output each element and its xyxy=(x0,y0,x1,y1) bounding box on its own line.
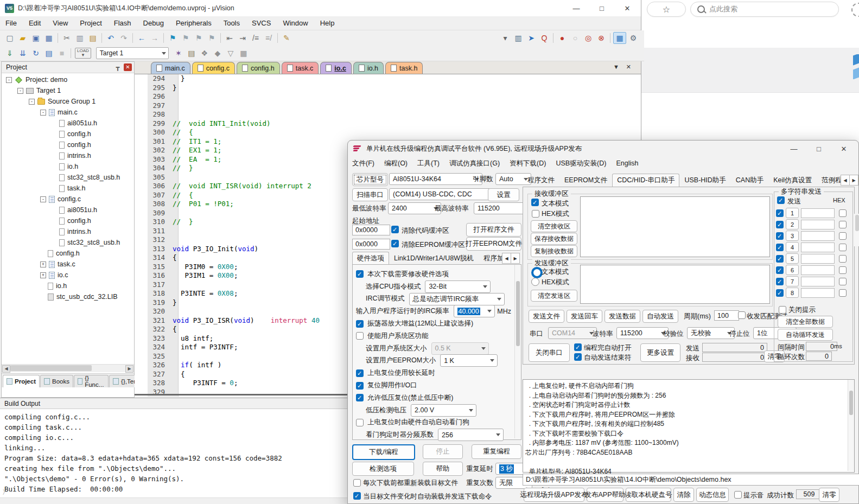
hw-tabs-scroll-left-icon[interactable]: ◀ xyxy=(502,253,511,264)
success-reset-button[interactable]: 清零 xyxy=(819,488,839,502)
tree-item[interactable]: ai8051u.h xyxy=(2,205,134,215)
multi-row-input[interactable] xyxy=(801,288,835,298)
right-tab-3[interactable]: USB-HID助手 xyxy=(679,174,730,187)
tree-item[interactable]: -Project: demo xyxy=(2,74,134,85)
uv-menu-item-0[interactable]: File xyxy=(5,19,17,27)
app-help-button[interactable]: 发布APP帮助 xyxy=(587,488,623,502)
tree-item[interactable]: io.h xyxy=(2,280,134,291)
multi-row-number-button[interactable]: 5 xyxy=(786,253,799,264)
copy-icon[interactable]: ▥ xyxy=(74,33,86,43)
toolbar-dropdown-icon[interactable]: ▾ xyxy=(499,33,511,43)
multi-row-input[interactable] xyxy=(801,277,835,286)
configure-editor-icon[interactable]: ✎ xyxy=(281,33,292,43)
tree-item[interactable]: intrins.h xyxy=(2,150,134,161)
bookmark-clear-icon[interactable]: ⚑ xyxy=(206,33,218,43)
multi-row-hex-checkbox[interactable] xyxy=(839,232,847,240)
right-tabs-scroll-right-icon[interactable]: ▶ xyxy=(849,175,858,186)
editor-tab-task.c[interactable]: task.c xyxy=(282,62,319,74)
tab-list-dropdown-icon[interactable]: ▼ xyxy=(613,63,619,70)
uv-menu-item-4[interactable]: Flash xyxy=(114,19,131,27)
tree-item[interactable]: task.h xyxy=(2,183,134,194)
bookmark-prev-icon[interactable]: ⚑ xyxy=(180,33,192,43)
breakpoint-disable-icon[interactable]: ○ xyxy=(569,33,581,43)
expand-icon[interactable]: + xyxy=(40,272,46,278)
save-all-icon[interactable]: ▦ xyxy=(43,33,55,43)
download-program-button[interactable]: 下载/编程 xyxy=(352,444,415,460)
settings-gear-icon[interactable] xyxy=(851,3,859,17)
chip-model-button[interactable]: 芯片型号 xyxy=(352,173,388,186)
collapse-icon[interactable]: - xyxy=(40,110,46,116)
tool-menu-item-1[interactable]: 编程(O) xyxy=(384,159,408,168)
nav-back-icon[interactable]: ← xyxy=(136,33,148,43)
hw-option-select[interactable]: 1 K xyxy=(440,354,498,367)
editor-tab-config.c[interactable]: config.c xyxy=(192,62,235,74)
scroll-thumb[interactable] xyxy=(10,365,92,371)
right-tab-1[interactable]: EEPROM文件 xyxy=(559,174,612,187)
hw-option-checkbox[interactable] xyxy=(356,369,364,377)
right-tab-5[interactable]: Keil仿真设置 xyxy=(768,174,817,187)
window-layout-icon[interactable]: ▦ xyxy=(613,32,626,44)
close-serial-button[interactable]: 关闭串口 xyxy=(529,343,570,362)
editor-tab-io.h[interactable]: io.h xyxy=(353,62,384,74)
receive-textarea[interactable] xyxy=(580,196,770,257)
tree-item[interactable]: -main.c xyxy=(2,107,134,118)
parity-combo[interactable]: 无校验 xyxy=(687,327,735,339)
multi-row-checkbox[interactable] xyxy=(776,255,784,263)
bookmark-toggle-icon[interactable]: ⚑ xyxy=(167,33,179,43)
multi-row-number-button[interactable]: 2 xyxy=(786,219,799,229)
multi-send-all-checkbox[interactable] xyxy=(777,196,785,204)
uv-menu-item-2[interactable]: View xyxy=(53,19,68,27)
log-scrollbar[interactable] xyxy=(848,380,854,471)
hw-option-checkbox[interactable] xyxy=(356,332,364,340)
tree-item[interactable]: stc32_stc8_usb.h xyxy=(2,237,134,248)
auto-cycle-send-button[interactable]: 自动循环发送 xyxy=(778,329,833,341)
project-panel-tab-0[interactable]: Project xyxy=(3,375,40,387)
multi-row-input[interactable] xyxy=(801,243,835,252)
send-text-mode-radio[interactable] xyxy=(531,267,543,278)
project-close-icon[interactable]: ✕ xyxy=(124,63,132,71)
multi-row-number-button[interactable]: 6 xyxy=(786,265,799,275)
tree-item[interactable]: config.h xyxy=(2,139,134,150)
recv-hex-mode-checkbox[interactable] xyxy=(532,210,539,218)
multi-row-number-button[interactable]: 7 xyxy=(786,276,799,286)
tool-menu-item-2[interactable]: 工具(T) xyxy=(417,159,440,168)
multi-row-hex-checkbox[interactable] xyxy=(839,209,847,217)
tree-item[interactable]: stc32_stc8_usb.h xyxy=(2,172,134,183)
uv-menu-item-6[interactable]: Peripherals xyxy=(176,19,212,27)
manage-items-icon[interactable]: ▤ xyxy=(186,48,198,59)
tool-menu-item-3[interactable]: 调试仿真接口(G) xyxy=(449,159,500,168)
stop-build-icon[interactable]: ■ xyxy=(56,48,68,59)
serial-settings-button[interactable]: 设置 xyxy=(488,188,519,201)
recv-text-mode-checkbox[interactable] xyxy=(531,199,539,206)
tool-menu-item-4[interactable]: 资料下载(D) xyxy=(510,159,546,168)
stop-button[interactable]: 停止 xyxy=(423,444,463,459)
cut-icon[interactable]: ✂ xyxy=(61,33,73,43)
tree-item[interactable]: stc_usb_cdc_32.LIB xyxy=(2,291,134,302)
hw-option-select[interactable]: 总是动态调节IRC频率 xyxy=(409,293,505,305)
repeat-program-button[interactable]: 重复编程 xyxy=(472,444,521,459)
hw-option-checkbox[interactable] xyxy=(356,394,364,401)
clear-log-button[interactable]: 清除 xyxy=(673,488,694,502)
project-hscrollbar[interactable]: ◀ ▶ xyxy=(2,364,134,372)
unindent-icon[interactable]: ⇤ xyxy=(224,33,236,43)
multi-row-hex-checkbox[interactable] xyxy=(839,244,847,251)
breakpoint-kill-all-icon[interactable]: ⊗ xyxy=(595,33,607,43)
multi-row-checkbox[interactable] xyxy=(776,244,784,251)
tool-menu-item-0[interactable]: 文件(F) xyxy=(352,159,374,168)
filter-funnel-icon[interactable]: ▽ xyxy=(225,48,237,59)
editor-tab-config.h[interactable]: config.h xyxy=(237,62,280,74)
hw-option-checkbox[interactable] xyxy=(356,382,364,390)
nav-forward-icon[interactable]: → xyxy=(149,33,161,43)
tree-item[interactable]: config.h xyxy=(2,129,134,139)
multi-row-input[interactable] xyxy=(801,220,835,229)
panel-expand-chevron[interactable]: 〉 xyxy=(2,488,9,497)
match-test-checkbox[interactable] xyxy=(738,311,746,319)
eeprom-address-field[interactable]: 0x0000 xyxy=(352,239,390,250)
uv-menu-item-8[interactable]: SVCS xyxy=(252,19,271,27)
hw-option-checkbox[interactable] xyxy=(356,320,364,328)
dynamic-info-button[interactable]: 动态信息 xyxy=(696,488,729,502)
scroll-left-icon[interactable]: ◀ xyxy=(2,365,10,373)
uncomment-icon[interactable]: ≡/ xyxy=(263,33,275,43)
tree-item[interactable]: -Source Group 1 xyxy=(2,96,134,107)
multi-row-input[interactable] xyxy=(801,254,835,264)
